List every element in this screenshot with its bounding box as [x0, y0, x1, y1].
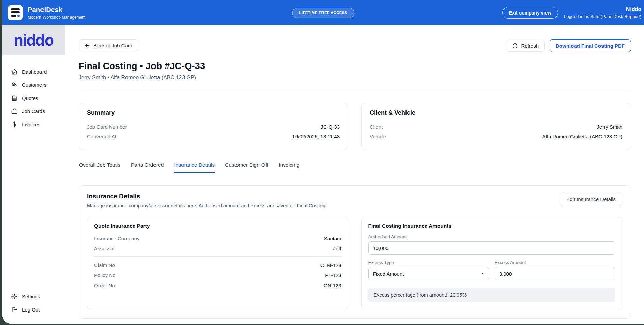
sidebar-logo: niddo [2, 25, 65, 55]
sidebar-item-settings[interactable]: Settings [2, 290, 65, 303]
niddo-wordmark: niddo [14, 32, 54, 48]
row-label: Client [370, 124, 383, 130]
row-label: Vehicle [370, 134, 386, 139]
row-value: Jerry Smith [597, 124, 622, 130]
brand-name: PanelDesk [28, 6, 85, 14]
account-name: Niddo [564, 6, 641, 13]
account-info: Niddo Logged in as Sam (PanelDesk Suppor… [564, 6, 641, 19]
arrow-left-icon [85, 43, 90, 48]
lifetime-access-badge: LIFETIME FREE ACCESS [292, 8, 354, 18]
row-value: JC-Q-33 [320, 124, 340, 130]
authorised-amount-input[interactable] [368, 241, 616, 255]
row-label: Insurance Company [94, 236, 139, 241]
back-button-label: Back to Job Card [93, 43, 132, 48]
briefcase-icon [11, 108, 18, 114]
row-value: Jeff [333, 246, 341, 251]
row-label: Claim No [94, 262, 115, 268]
insurance-amounts-title: Final Costing Insurance Amounts [368, 223, 616, 229]
tab-invoicing[interactable]: Invoicing [278, 161, 300, 173]
sidebar-item-label: Settings [22, 294, 40, 299]
sidebar-item-invoices[interactable]: Invoices [2, 118, 65, 131]
sidebar-item-customers[interactable]: Customers [2, 78, 65, 91]
page-subtitle: Jerry Smith • Alfa Romeo Giulietta (ABC … [79, 75, 631, 81]
tab-bar: Overall Job Totals Parts Ordered Insuran… [79, 161, 631, 173]
quote-insurance-party-title: Quote Insurance Party [94, 223, 341, 229]
row-value: Santam [324, 236, 341, 241]
home-icon [11, 69, 18, 75]
row-label: Assessor [94, 246, 115, 251]
insurance-company-row: Insurance Company Santam [94, 233, 341, 243]
document-icon [11, 95, 18, 101]
excess-type-value: Fixed Amount [373, 271, 404, 277]
policy-no-row: Policy No PL-123 [94, 270, 341, 280]
assessor-row: Assessor Jeff [94, 243, 341, 253]
divider [79, 90, 631, 90]
users-icon [11, 82, 18, 88]
excess-amount-input[interactable] [495, 267, 615, 280]
excess-amount-label: Excess Amount [495, 260, 615, 265]
summary-row-job-card-number: Job Card Number JC-Q-33 [87, 122, 340, 132]
sidebar-bottom-nav: Settings Log Out [2, 285, 65, 324]
tab-customer-sign-off[interactable]: Customer Sign-Off [225, 161, 269, 173]
order-no-row: Order No ON-123 [94, 280, 341, 290]
tab-parts-ordered[interactable]: Parts Ordered [131, 161, 164, 173]
page-title: Final Costing • Job #JC-Q-33 [79, 61, 631, 72]
app-window: PanelDesk Modern Workshop Management LIF… [2, 0, 644, 324]
final-costing-insurance-amounts-card: Final Costing Insurance Amounts Authoris… [361, 217, 623, 309]
gear-icon [11, 293, 18, 300]
summary-card: Summary Job Card Number JC-Q-33 Converte… [79, 103, 348, 150]
sidebar-item-label: Quotes [22, 95, 38, 101]
row-value: Alfa Romeo Giulietta (ABC 123 GP) [542, 134, 622, 139]
tab-overall-job-totals[interactable]: Overall Job Totals [79, 161, 121, 173]
sidebar-item-job-cards[interactable]: Job Cards [2, 105, 65, 118]
insurance-section-description: Manage insurance company/assessor detail… [87, 203, 327, 208]
sidebar-item-log-out[interactable]: Log Out [2, 303, 65, 316]
authorised-amount-label: Authorised Amount [368, 234, 616, 239]
sidebar-item-dashboard[interactable]: Dashboard [2, 65, 65, 78]
tab-insurance-details[interactable]: Insurance Details [174, 161, 215, 173]
sidebar-item-label: Log Out [22, 307, 40, 313]
main-content: Back to Job Card Refresh Download Final … [65, 25, 644, 324]
brand: PanelDesk Modern Workshop Management [8, 5, 85, 20]
topbar: PanelDesk Modern Workshop Management LIF… [2, 0, 644, 25]
row-label: Converted At [87, 134, 116, 139]
menu-icon[interactable] [8, 5, 23, 20]
client-vehicle-card: Client & Vehicle Client Jerry Smith Vehi… [361, 103, 631, 150]
insurance-section-title: Insurance Details [87, 193, 327, 200]
refresh-button-label: Refresh [521, 43, 539, 49]
claim-no-row: Claim No CLM-123 [94, 260, 341, 270]
excess-type-label: Excess Type [368, 260, 489, 265]
refresh-button[interactable]: Refresh [506, 40, 545, 52]
excess-type-select[interactable]: Fixed Amount [368, 267, 489, 280]
sidebar-item-quotes[interactable]: Quotes [2, 91, 65, 105]
logged-in-as: Logged in as Sam (PanelDesk Support) [564, 14, 641, 19]
summary-row-converted-at: Converted At 16/02/2026, 13:11:43 [87, 132, 340, 141]
row-value: CLM-123 [320, 262, 341, 268]
row-label: Policy No [94, 272, 115, 278]
row-value: 16/02/2026, 13:11:43 [292, 134, 340, 139]
brand-tagline: Modern Workshop Management [28, 15, 85, 20]
row-value: ON-123 [324, 282, 341, 288]
download-final-costing-pdf-button[interactable]: Download Final Costing PDF [550, 39, 631, 52]
sidebar-item-label: Invoices [22, 121, 40, 127]
excess-percentage-note: Excess percentage (from amount): 20.95% [368, 288, 616, 302]
exit-company-view-button[interactable]: Exit company view [502, 7, 558, 19]
vehicle-row: Vehicle Alfa Romeo Giulietta (ABC 123 GP… [370, 132, 622, 141]
sidebar: niddo Dashboard Customers Quotes Job Ca [2, 25, 65, 324]
back-to-job-card-button[interactable]: Back to Job Card [79, 39, 138, 51]
summary-card-title: Summary [87, 109, 340, 116]
edit-insurance-details-button[interactable]: Edit Insurance Details [560, 193, 622, 206]
row-value: PL-123 [325, 272, 341, 278]
sidebar-item-label: Job Cards [22, 108, 45, 114]
row-label: Job Card Number [87, 124, 127, 130]
quote-insurance-party-card: Quote Insurance Party Insurance Company … [87, 217, 348, 309]
sidebar-item-label: Customers [22, 82, 47, 88]
logout-icon [11, 306, 18, 313]
row-label: Order No [94, 282, 115, 288]
divider [94, 256, 341, 257]
insurance-details-section: Insurance Details Manage insurance compa… [79, 185, 631, 319]
client-vehicle-card-title: Client & Vehicle [370, 109, 622, 116]
refresh-icon [512, 43, 518, 49]
sidebar-item-label: Dashboard [22, 69, 47, 75]
sidebar-nav: Dashboard Customers Quotes Job Cards Inv… [2, 55, 65, 285]
